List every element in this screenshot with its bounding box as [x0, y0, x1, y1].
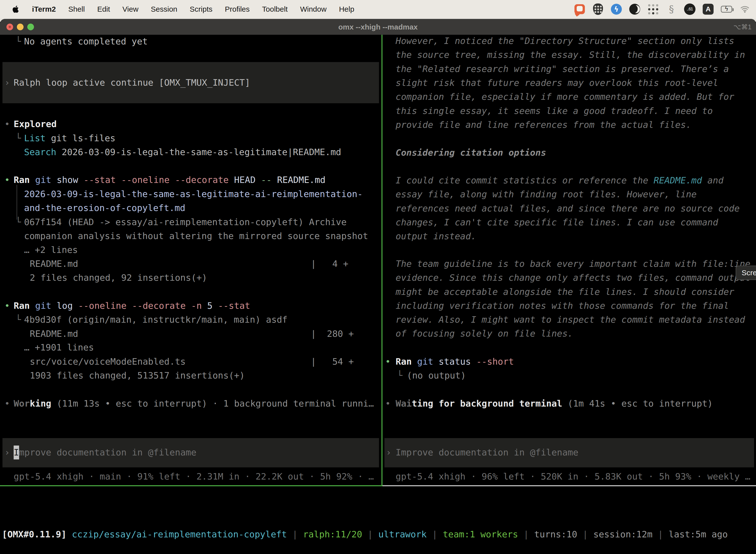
- inject-message-text: Ralph loop active continue [OMX_TMUX_INJ…: [14, 76, 250, 90]
- cmd-sub: show: [57, 175, 83, 185]
- squiggle-app-icon[interactable]: §: [666, 3, 677, 15]
- thinking-line: this single essay, it seems like a good …: [396, 104, 713, 118]
- menu-item-view[interactable]: View: [116, 5, 145, 13]
- menu-item-iterm2[interactable]: iTerm2: [26, 5, 62, 13]
- pane-divider[interactable]: [381, 35, 382, 486]
- thinking-heading: Considering citation options: [396, 146, 546, 160]
- battery-percent-icon[interactable]: ..61: [684, 3, 695, 15]
- search-verb: Search: [24, 147, 62, 157]
- ran-label: Ran: [396, 356, 417, 367]
- diffstat-file: README.md: [30, 327, 78, 341]
- thinking-line: output instead.: [396, 229, 476, 243]
- macos-menu-bar: iTerm2 Shell Edit View Session Scripts P…: [0, 0, 756, 18]
- chat-app-icon[interactable]: [574, 3, 585, 15]
- list-verb: List: [24, 133, 51, 143]
- bullet-icon: •: [4, 299, 10, 313]
- command-output-line: (no output): [407, 369, 466, 383]
- cmd-git: git: [35, 175, 57, 185]
- separator: |: [577, 529, 593, 539]
- wifi-icon[interactable]: [739, 3, 751, 15]
- inactive-pane-border: [382, 485, 756, 486]
- agents-status-line: No agents completed yet: [24, 35, 148, 48]
- menu-item-toolbelt[interactable]: Toolbelt: [256, 5, 294, 13]
- crescent-app-icon[interactable]: [629, 3, 640, 15]
- search-command: 2026-03-09-is-legal-the-same-as-legitima…: [62, 147, 341, 157]
- thinking-text: I could cite commit statistics or refere…: [396, 175, 653, 185]
- omx-status-line: [OMX#0.11.9] cczip/essay/ai-reimplementa…: [2, 528, 728, 541]
- ran-label: Ran: [14, 175, 35, 185]
- list-command: git ls-files: [51, 133, 115, 143]
- prompt-input-text[interactable]: Improve documentation in @filename: [14, 446, 196, 459]
- input-source-icon[interactable]: A: [702, 3, 714, 15]
- diffstat-count: | 54 +: [311, 355, 354, 369]
- readme-link: README.md: [653, 175, 702, 185]
- ran-label: Ran: [14, 300, 35, 311]
- shield-app-icon[interactable]: [592, 3, 604, 15]
- window-title: omx --xhigh --madmax: [0, 19, 756, 35]
- tree-corner-icon: └: [397, 369, 402, 383]
- apple-menu-icon[interactable]: [12, 5, 19, 13]
- cmd-head: HEAD: [234, 175, 261, 185]
- cmd-flags: --short: [476, 356, 514, 367]
- explored-heading: Explored: [14, 117, 57, 131]
- command-output-line: 067f154 (HEAD -> essay/ai-reimplementati…: [24, 215, 346, 229]
- command-output-line: 4b9d30f (origin/main, instructkr/main, m…: [24, 313, 288, 327]
- command-wrap-line: 2026-03-09-is-legal-the-same-as-legitima…: [24, 187, 363, 201]
- menu-item-edit[interactable]: Edit: [91, 5, 116, 13]
- working-status-line: Working (11m 13s • esc to interrupt) · 1…: [14, 397, 374, 410]
- thinking-line: However, I noticed the "Directory Struct…: [396, 34, 734, 48]
- waiting-shimmer-dim: Wai: [396, 398, 412, 408]
- omx-version: [OMX#0.11.9]: [2, 529, 66, 539]
- thinking-line: of focusing solely on file lines.: [396, 327, 573, 340]
- menu-items: iTerm2 Shell Edit View Session Scripts P…: [0, 5, 360, 13]
- thinking-line: might be acceptable alongside the file l…: [396, 285, 734, 299]
- cmd-git: git: [35, 300, 57, 311]
- separator: |: [518, 529, 534, 539]
- menu-item-shell[interactable]: Shell: [62, 5, 91, 13]
- thinking-line: the source tree, missing the essay. Stil…: [396, 48, 745, 62]
- cmd-n-value: 5: [207, 300, 218, 311]
- bolt-app-icon[interactable]: ϟ: [611, 3, 622, 15]
- model-status-line: gpt-5.4 xhigh · 96% left · 520K in · 5.8…: [396, 469, 750, 484]
- tooltip-text: Scre: [742, 269, 756, 277]
- diffstat-file: src/voice/voiceModeEnabled.ts: [30, 355, 186, 369]
- battery-icon[interactable]: ϟ: [721, 3, 732, 15]
- cmd-flag-n: -n: [191, 300, 207, 311]
- diffstat-summary: 1903 files changed, 513517 insertions(+): [30, 369, 245, 383]
- spacer: [66, 529, 72, 539]
- menu-item-profiles[interactable]: Profiles: [218, 5, 256, 13]
- menu-item-window[interactable]: Window: [294, 5, 333, 13]
- tree-connector-line: [17, 185, 17, 220]
- cmd-flags: --stat: [218, 300, 250, 311]
- cmd-file: README.md: [277, 175, 325, 185]
- prompt-arrow-icon: ›: [4, 76, 10, 90]
- thinking-text: and: [702, 175, 723, 185]
- working-shimmer-bright: king: [30, 398, 51, 408]
- explored-list-line: List git ls-files: [24, 131, 115, 145]
- menu-item-scripts[interactable]: Scripts: [184, 5, 219, 13]
- separator: |: [427, 529, 443, 539]
- menu-item-session[interactable]: Session: [145, 5, 184, 13]
- model-status-line: gpt-5.4 xhigh · main · 91% left · 2.31M …: [14, 469, 374, 484]
- menu-item-help[interactable]: Help: [333, 5, 361, 13]
- thinking-line: essay file, along with finding root file…: [396, 187, 697, 201]
- thinking-line: references need actual files, and since …: [396, 202, 740, 215]
- bullet-icon: •: [4, 397, 10, 410]
- omx-session: session:12m: [593, 529, 652, 539]
- dots-grid-icon[interactable]: [647, 3, 659, 15]
- prompt-placeholder[interactable]: Improve documentation in @filename: [396, 446, 578, 459]
- prompt-placeholder: mprove documentation in @filename: [19, 447, 196, 457]
- tree-corner-icon: └: [16, 131, 21, 145]
- bullet-icon: •: [4, 173, 10, 187]
- command-line: Ran git status --short: [396, 355, 514, 369]
- cmd-sub: log: [57, 300, 78, 311]
- active-pane-border: [0, 485, 381, 486]
- cmd-flags: --stat --oneline --decorate: [83, 175, 234, 185]
- thinking-line: the "Related research writing" section i…: [396, 62, 729, 76]
- menu-status-icons: ϟ § ..61 A ϟ: [574, 3, 756, 15]
- command-wrap-line: and-the-erosion-of-copyleft.md: [24, 201, 185, 215]
- diffstat-count: | 4 +: [311, 257, 349, 271]
- separator: |: [287, 529, 303, 539]
- thinking-line: I could cite commit statistics or refere…: [396, 173, 723, 187]
- command-output-line: companion analysis without altering the …: [24, 229, 368, 243]
